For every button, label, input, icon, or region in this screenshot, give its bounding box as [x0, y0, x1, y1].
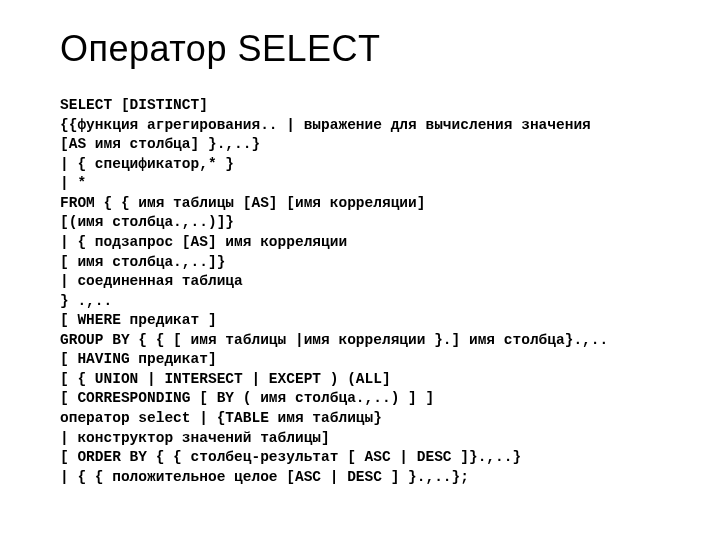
syntax-line: {{функция агрегирования.. | выражение дл… — [60, 117, 591, 133]
syntax-line: SELECT [DISTINCT] — [60, 97, 208, 113]
syntax-line: | { спецификатор,* } — [60, 156, 234, 172]
syntax-line: GROUP BY { { [ имя таблицы |имя корреляц… — [60, 332, 608, 348]
syntax-line: [ { UNION | INTERSECT | EXCEPT ) (ALL] — [60, 371, 391, 387]
syntax-line: | конструктор значений таблицы] — [60, 430, 330, 446]
syntax-line: | { { положительное целое [ASC | DESC ] … — [60, 469, 469, 485]
page-title: Оператор SELECT — [60, 28, 660, 70]
syntax-line: [ ORDER BY { { столбец-результат [ ASC |… — [60, 449, 521, 465]
syntax-line: оператор select | {TABLE имя таблицы} — [60, 410, 382, 426]
syntax-line: | { подзапрос [AS] имя корреляции — [60, 234, 347, 250]
syntax-line: [(имя столбца.,..)]} — [60, 214, 234, 230]
syntax-line: FROM { { имя таблицы [AS] [имя корреляци… — [60, 195, 425, 211]
syntax-line: | * — [60, 175, 86, 191]
syntax-line: } .,.. — [60, 293, 112, 309]
syntax-line: [ CORRESPONDING [ BY ( имя столбца.,..) … — [60, 390, 434, 406]
syntax-line: [ имя столбца.,..]} — [60, 254, 225, 270]
syntax-line: | соединенная таблица — [60, 273, 243, 289]
syntax-line: [ WHERE предикат ] — [60, 312, 217, 328]
syntax-line: [AS имя столбца] }.,..} — [60, 136, 260, 152]
syntax-line: [ HAVING предикат] — [60, 351, 217, 367]
syntax-block: SELECT [DISTINCT] {{функция агрегировани… — [60, 96, 660, 487]
slide-container: Оператор SELECT SELECT [DISTINCT] {{функ… — [0, 0, 720, 540]
